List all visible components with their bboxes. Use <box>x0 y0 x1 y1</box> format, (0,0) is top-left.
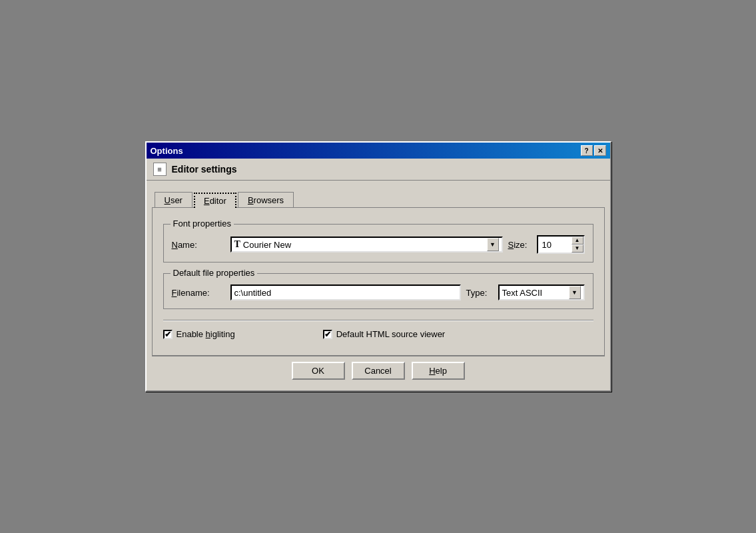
html-viewer-checkbox[interactable]: ✔ Default HTML source viewer <box>323 329 446 339</box>
font-name-row: Name: T Courier New ▼ Size: 10 ▲ ▼ <box>172 235 585 254</box>
title-bar-buttons: ? ✕ <box>581 145 606 156</box>
spinbox-buttons: ▲ ▼ <box>571 237 583 253</box>
help-button[interactable]: Help <box>412 362 465 380</box>
tab-browsers[interactable]: Browsers <box>238 192 294 208</box>
size-value: 10 <box>538 237 571 253</box>
highlight-checkbox-box: ✔ <box>163 330 173 339</box>
font-properties-label: Font properties <box>171 219 234 229</box>
spin-up-button[interactable]: ▲ <box>571 237 583 245</box>
size-spinbox[interactable]: 10 ▲ ▼ <box>537 235 585 254</box>
file-properties-group: Default file properties Filename: Type: … <box>163 273 593 309</box>
font-icon: T <box>234 239 240 250</box>
filename-row: Filename: Type: Text ASCII ▼ <box>172 284 585 300</box>
html-viewer-label: Default HTML source viewer <box>336 329 446 339</box>
editor-settings-icon: ≡ <box>153 163 167 176</box>
divider <box>163 320 593 321</box>
window-content: User Editor Browsers Font properties Nam… <box>147 186 610 390</box>
close-title-button[interactable]: ✕ <box>594 145 606 156</box>
window-title: Options <box>151 146 183 156</box>
size-label: Size: <box>508 240 532 250</box>
tab-editor[interactable]: Editor <box>194 193 236 208</box>
section-header: ≡ Editor settings <box>147 159 610 181</box>
font-value-text: Courier New <box>243 240 291 250</box>
title-bar: Options ? ✕ <box>147 143 610 159</box>
ok-button[interactable]: OK <box>292 362 345 380</box>
title-bar-left: Options <box>151 146 183 156</box>
type-dropdown-arrow[interactable]: ▼ <box>569 286 581 299</box>
help-title-button[interactable]: ? <box>581 145 593 156</box>
tabs: User Editor Browsers <box>155 191 602 207</box>
tab-editor-label: Editor <box>204 196 226 206</box>
tab-user-label: User <box>165 195 183 205</box>
highlight-label: Enable higliting <box>177 329 235 339</box>
filename-label: Filename: <box>172 288 225 298</box>
tab-user[interactable]: User <box>155 192 192 208</box>
type-label: Type: <box>466 288 493 298</box>
html-viewer-checkbox-box: ✔ <box>323 330 332 339</box>
file-properties-label: Default file properties <box>171 268 258 278</box>
name-label: Name: <box>172 240 225 250</box>
tab-browsers-label: Browsers <box>248 195 284 205</box>
font-properties-group: Font properties Name: T Courier New ▼ Si… <box>163 224 593 263</box>
section-title: Editor settings <box>172 164 237 175</box>
font-name-select[interactable]: T Courier New ▼ <box>230 237 503 253</box>
tab-content: Font properties Name: T Courier New ▼ Si… <box>152 207 605 356</box>
highlight-checkbox[interactable]: ✔ Enable higliting <box>163 329 235 339</box>
options-window: Options ? ✕ ≡ Editor settings User Edito… <box>145 141 611 392</box>
type-value-text: Text ASCII <box>502 288 543 298</box>
cancel-button[interactable]: Cancel <box>352 362 405 380</box>
filename-input[interactable] <box>230 284 461 300</box>
type-value: Text ASCII <box>502 288 543 298</box>
font-dropdown-arrow[interactable]: ▼ <box>487 238 499 251</box>
type-select[interactable]: Text ASCII ▼ <box>498 284 585 300</box>
font-name-value: T Courier New <box>234 239 292 250</box>
checkbox-row: ✔ Enable higliting ✔ Default HTML source… <box>163 329 593 339</box>
button-row: OK Cancel Help <box>152 356 605 385</box>
spin-down-button[interactable]: ▼ <box>571 245 583 253</box>
